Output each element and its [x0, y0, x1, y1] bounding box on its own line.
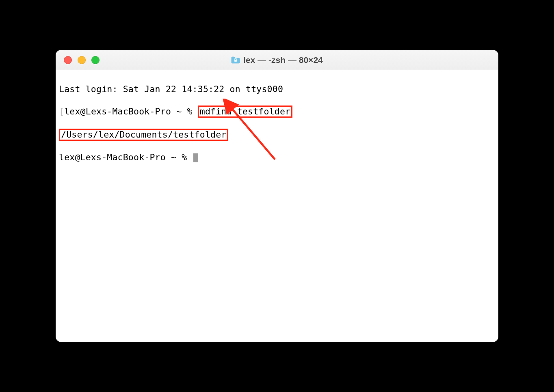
close-icon[interactable]: [64, 56, 72, 64]
window-title-text: lex — -zsh — 80×24: [243, 55, 323, 65]
command-line-2: lex@Lexs-MacBook-Pro ~ %: [59, 152, 495, 163]
terminal-body[interactable]: Last login: Sat Jan 22 14:35:22 on ttys0…: [56, 70, 498, 342]
bracket-open: [: [59, 106, 64, 116]
svg-rect-0: [234, 60, 237, 62]
output-text: /Users/lex/Documents/testfolder: [61, 129, 226, 140]
folder-icon: [231, 56, 240, 64]
traffic-lights: [56, 56, 100, 64]
command-text: mdfind testfolder: [200, 106, 290, 116]
maximize-icon[interactable]: [91, 56, 100, 64]
last-login-text: Last login: Sat Jan 22 14:35:22 on ttys0…: [59, 84, 283, 94]
terminal-window: lex — -zsh — 80×24 Last login: Sat Jan 2…: [56, 50, 498, 342]
minimize-icon[interactable]: [78, 56, 86, 64]
prompt-2: lex@Lexs-MacBook-Pro ~ %: [59, 152, 193, 162]
last-login-line: Last login: Sat Jan 22 14:35:22 on ttys0…: [59, 84, 495, 95]
output-highlight-box: /Users/lex/Documents/testfolder: [59, 129, 228, 141]
cursor-icon: [193, 153, 198, 162]
prompt-1: lex@Lexs-MacBook-Pro ~ %: [64, 106, 198, 116]
window-title: lex — -zsh — 80×24: [56, 55, 498, 65]
command-highlight-box: mdfind testfolder: [198, 106, 292, 118]
command-line-1: [lex@Lexs-MacBook-Pro ~ % mdfind testfol…: [59, 106, 495, 118]
svg-point-1: [235, 58, 236, 60]
output-line-1: /Users/lex/Documents/testfolder: [59, 129, 495, 141]
titlebar[interactable]: lex — -zsh — 80×24: [56, 50, 498, 70]
